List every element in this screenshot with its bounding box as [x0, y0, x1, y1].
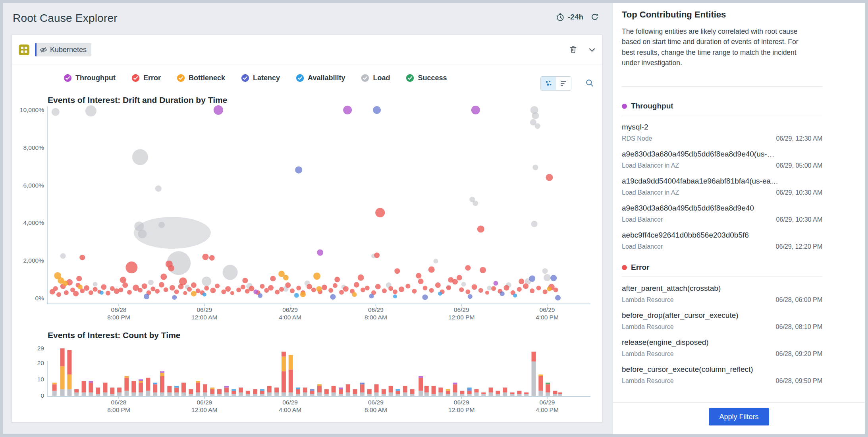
svg-text:12:00 PM: 12:00 PM	[448, 406, 475, 413]
section-color-dot	[622, 104, 627, 109]
entity-type: Load Balancer	[622, 243, 663, 250]
time-range-picker[interactable]: -24h	[556, 13, 599, 21]
filter-chip-kubernetes[interactable]: Kubernetes	[35, 43, 91, 56]
entity-time: 06/28, 08:10 PM	[776, 323, 822, 331]
entity-type: Lambda Resource	[622, 323, 674, 331]
entity-meta: Lambda Resource 06/28, 08:10 PM	[622, 323, 822, 331]
svg-text:4:00 PM: 4:00 PM	[536, 314, 559, 321]
count-chart[interactable]: 010202906/288:00 PM06/2912:00 AM06/294:0…	[12, 341, 603, 420]
entities-list[interactable]: Throughput mysql-2 RDS Node 06/29, 12:30…	[622, 95, 822, 403]
legend-item-throughput[interactable]: Throughput	[64, 74, 116, 82]
svg-text:0: 0	[41, 392, 44, 399]
check-circle-icon	[296, 74, 304, 82]
svg-text:06/29: 06/29	[197, 306, 212, 313]
entity-row[interactable]: after_parent_attach(crosstab) Lambda Res…	[622, 284, 822, 304]
entity-row[interactable]: aebc9ff4ce92641d0bb656e203d0b5f6 Load Ba…	[622, 231, 822, 250]
entity-type: Load Balancer in AZ	[622, 189, 679, 196]
entity-row[interactable]: before_cursor_execute(column_reflect) La…	[622, 365, 822, 385]
legend-label: Load	[373, 74, 390, 82]
legend-label: Error	[143, 74, 161, 82]
entity-time: 06/29, 12:30 AM	[776, 135, 822, 142]
legend-item-latency[interactable]: Latency	[241, 74, 280, 82]
svg-text:8:00 AM: 8:00 AM	[365, 314, 387, 321]
drift-duration-chart[interactable]: 0%2,000%4,000%6,000%8,000%10,000%06/288:…	[12, 87, 603, 325]
bar-view-icon	[559, 79, 567, 87]
entity-meta: Load Balancer in AZ 06/29, 05:00 AM	[622, 162, 822, 169]
svg-text:4:00 AM: 4:00 AM	[279, 406, 301, 413]
svg-text:4:00 AM: 4:00 AM	[279, 314, 301, 321]
svg-text:8:00 PM: 8:00 PM	[107, 406, 130, 413]
section-color-dot	[622, 265, 627, 270]
entity-row[interactable]: release(engine_disposed) Lambda Resource…	[622, 338, 822, 358]
entity-meta: Lambda Resource 06/28, 09:50 PM	[622, 377, 822, 385]
svg-text:12:00 AM: 12:00 AM	[191, 314, 218, 321]
entity-name: after_parent_attach(crosstab)	[622, 284, 822, 293]
scatter-view-icon	[544, 79, 552, 87]
svg-text:06/29: 06/29	[454, 399, 469, 406]
time-range-label: -24h	[568, 13, 583, 21]
entity-row[interactable]: a9e830d3a680a495db5dd6f8ea8d9e40(us-… Lo…	[622, 150, 822, 169]
svg-text:06/29: 06/29	[540, 399, 555, 406]
svg-text:20: 20	[37, 360, 44, 366]
section-header: Throughput	[622, 102, 822, 115]
entity-name: a9e830d3a680a495db5dd6f8ea8d9e40(us-…	[622, 150, 822, 159]
entity-meta: Load Balancer in AZ 06/29, 10:30 AM	[622, 189, 822, 196]
entity-type: RDS Node	[622, 135, 652, 142]
clock-icon	[556, 13, 565, 21]
svg-text:10,000%: 10,000%	[20, 106, 44, 113]
svg-text:29: 29	[37, 345, 44, 352]
refresh-icon[interactable]	[590, 13, 599, 21]
legend-item-bottleneck[interactable]: Bottleneck	[177, 74, 225, 82]
entity-name: a19cda9dd54004fabaa1e96abf81bfa4(us-ea…	[622, 177, 822, 186]
panel-description: The following entities are likely correl…	[622, 26, 806, 68]
svg-text:06/29: 06/29	[282, 306, 298, 313]
entity-row[interactable]: a9e830d3a680a495db5dd6f8ea8d9e40 Load Ba…	[622, 204, 822, 223]
svg-text:06/28: 06/28	[111, 306, 127, 313]
legend-label: Availability	[308, 74, 345, 82]
section-header: Error	[622, 263, 822, 277]
bar-chart-title: Events of Interest: Count by Time	[48, 331, 181, 340]
apply-filters-button[interactable]: Apply Filters	[709, 408, 769, 425]
chart-legend: Throughput Error Bottleneck Latency Avai…	[64, 74, 447, 82]
legend-item-load[interactable]: Load	[361, 74, 390, 82]
entity-name: before_drop(after_cursor_execute)	[622, 311, 822, 320]
svg-text:10: 10	[37, 376, 44, 383]
entity-meta: Load Balancer 06/29, 10:30 AM	[622, 216, 822, 223]
entity-name: before_cursor_execute(column_reflect)	[622, 365, 822, 374]
entity-time: 06/29, 05:00 AM	[776, 162, 822, 169]
zoom-icon[interactable]	[585, 79, 594, 87]
filter-bar: Kubernetes	[12, 35, 602, 64]
grid-icon[interactable]	[19, 44, 29, 55]
entity-time: 06/29, 10:30 AM	[776, 189, 822, 196]
filter-chip-label: Kubernetes	[50, 46, 87, 54]
entity-meta: Load Balancer 06/29, 12:20 PM	[622, 243, 822, 250]
entity-time: 06/28, 09:50 PM	[776, 377, 822, 385]
legend-item-availability[interactable]: Availability	[296, 74, 345, 82]
svg-text:06/29: 06/29	[368, 306, 384, 313]
svg-text:8,000%: 8,000%	[23, 144, 44, 151]
svg-text:06/28: 06/28	[111, 399, 127, 406]
chevron-down-icon[interactable]	[588, 46, 596, 54]
entity-row[interactable]: before_drop(after_cursor_execute) Lambda…	[622, 311, 822, 331]
legend-label: Latency	[253, 74, 280, 82]
legend-item-success[interactable]: Success	[406, 74, 447, 82]
entity-time: 06/29, 10:30 AM	[776, 216, 822, 223]
page-title: Root Cause Explorer	[13, 12, 118, 25]
entity-name: aebc9ff4ce92641d0bb656e203d0b5f6	[622, 231, 822, 240]
svg-text:06/29: 06/29	[282, 399, 298, 406]
root-cause-explorer-app: Root Cause Explorer -24h	[0, 0, 868, 437]
entity-section-throughput: Throughput mysql-2 RDS Node 06/29, 12:30…	[622, 102, 822, 250]
entity-row[interactable]: a19cda9dd54004fabaa1e96abf81bfa4(us-ea… …	[622, 177, 822, 196]
trash-icon[interactable]	[569, 45, 578, 54]
entity-name: mysql-2	[622, 123, 822, 131]
check-circle-icon	[406, 74, 414, 82]
legend-item-error[interactable]: Error	[131, 74, 161, 82]
check-circle-icon	[177, 74, 185, 82]
entity-time: 06/28, 06:00 PM	[776, 296, 822, 304]
svg-text:0%: 0%	[35, 295, 44, 302]
legend-label: Bottleneck	[189, 74, 225, 82]
entity-row[interactable]: mysql-2 RDS Node 06/29, 12:30 AM	[622, 123, 822, 142]
svg-text:12:00 PM: 12:00 PM	[448, 314, 475, 321]
entity-type: Lambda Resource	[622, 377, 674, 385]
check-circle-icon	[361, 74, 369, 82]
